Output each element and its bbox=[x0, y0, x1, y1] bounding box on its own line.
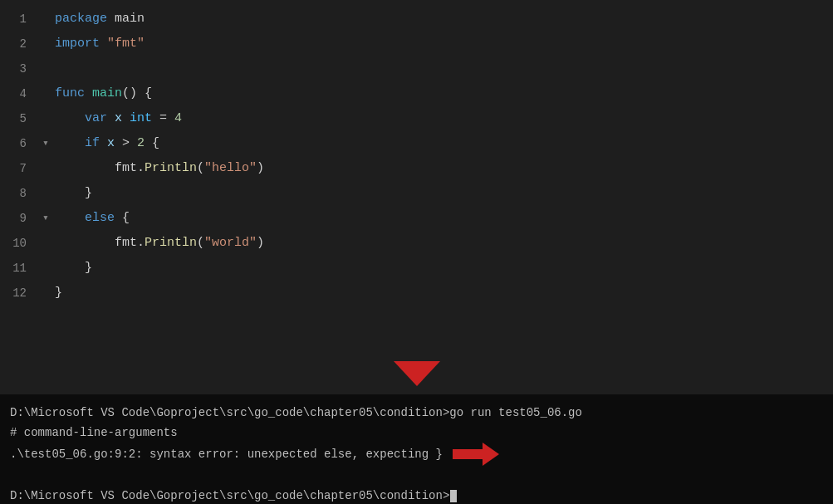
line-content-6: if x > 2 { bbox=[51, 131, 833, 156]
line-content-2: import "fmt" bbox=[51, 32, 833, 56]
arrow-right-head bbox=[483, 443, 499, 466]
terminal-line-5: D:\Microsoft VS Code\Goproject\src\go_co… bbox=[10, 486, 823, 504]
code-line-7: 7 fmt.Println("hello") bbox=[0, 156, 833, 181]
line-content-4: func main() { bbox=[51, 81, 833, 106]
right-arrow-icon bbox=[453, 443, 499, 466]
terminal-panel[interactable]: D:\Microsoft VS Code\Goproject\src\go_co… bbox=[0, 394, 833, 504]
code-line-11: 11 } bbox=[0, 256, 833, 281]
line-number-3: 3 bbox=[0, 56, 40, 81]
line-number-10: 10 bbox=[0, 231, 40, 256]
line-number-11: 11 bbox=[0, 256, 40, 281]
code-editor: 1 package main 2 import "fmt" 3 4 func m… bbox=[0, 0, 833, 328]
down-arrow-section bbox=[0, 328, 833, 394]
line-content-12: } bbox=[51, 281, 833, 306]
code-line-6: 6 ▾ if x > 2 { bbox=[0, 131, 833, 156]
code-line-2: 2 import "fmt" bbox=[0, 32, 833, 56]
code-line-10: 10 fmt.Println("world") bbox=[0, 231, 833, 256]
code-line-5: 5 var x int = 4 bbox=[0, 106, 833, 131]
line-content-8: } bbox=[51, 181, 833, 206]
line-content-5: var x int = 4 bbox=[51, 106, 833, 131]
line-content-9: else { bbox=[51, 206, 833, 231]
main-container: 1 package main 2 import "fmt" 3 4 func m… bbox=[0, 0, 833, 504]
line-number-6: 6 bbox=[0, 131, 40, 156]
line-number-12: 12 bbox=[0, 281, 40, 306]
terminal-text-4 bbox=[10, 466, 17, 486]
code-line-12: 12 } bbox=[0, 281, 833, 306]
line-number-2: 2 bbox=[0, 32, 40, 56]
code-line-3: 3 bbox=[0, 56, 833, 81]
arrow-head bbox=[394, 361, 440, 386]
line-content-10: fmt.Println("world") bbox=[51, 231, 833, 256]
line-number-5: 5 bbox=[0, 106, 40, 131]
terminal-text-1: D:\Microsoft VS Code\Goproject\src\go_co… bbox=[10, 403, 582, 423]
line-number-1: 1 bbox=[0, 7, 40, 32]
code-line-8: 8 } bbox=[0, 181, 833, 206]
terminal-line-3: .\test05_06.go:9:2: syntax error: unexpe… bbox=[10, 443, 823, 466]
terminal-line-2: # command-line-arguments bbox=[10, 423, 823, 443]
terminal-text-2: # command-line-arguments bbox=[10, 423, 178, 443]
arrow-right-shaft bbox=[453, 449, 483, 459]
line-number-8: 8 bbox=[0, 181, 40, 206]
line-content-7: fmt.Println("hello") bbox=[51, 156, 833, 181]
line-number-4: 4 bbox=[0, 81, 40, 106]
line-content-11: } bbox=[51, 256, 833, 281]
terminal-line-4 bbox=[10, 466, 823, 486]
line-content-1: package main bbox=[51, 7, 833, 32]
collapse-9[interactable]: ▾ bbox=[40, 206, 51, 231]
code-line-4: 4 func main() { bbox=[0, 81, 833, 106]
terminal-text-5: D:\Microsoft VS Code\Goproject\src\go_co… bbox=[10, 486, 449, 504]
right-arrow-shape bbox=[453, 443, 499, 466]
terminal-cursor bbox=[450, 490, 457, 502]
collapse-6[interactable]: ▾ bbox=[40, 131, 51, 156]
code-lines: 1 package main 2 import "fmt" 3 4 func m… bbox=[0, 0, 833, 312]
code-line-9: 9 ▾ else { bbox=[0, 206, 833, 231]
terminal-text-3: .\test05_06.go:9:2: syntax error: unexpe… bbox=[10, 444, 443, 464]
line-number-9: 9 bbox=[0, 206, 40, 231]
code-line-1: 1 package main bbox=[0, 7, 833, 32]
line-number-7: 7 bbox=[0, 156, 40, 181]
terminal-line-1: D:\Microsoft VS Code\Goproject\src\go_co… bbox=[10, 403, 823, 423]
